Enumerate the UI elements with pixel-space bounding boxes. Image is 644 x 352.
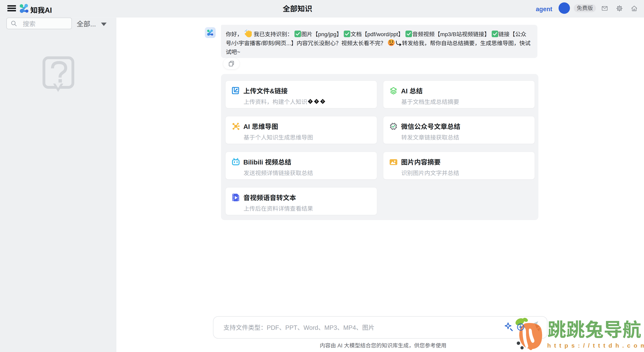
svg-text:https://tttdh.com: https://tttdh.com [547, 342, 644, 349]
svg-text:?: ? [322, 100, 324, 103]
svg-text:?: ? [310, 100, 311, 103]
svg-text:跳跳兔导航: 跳跳兔导航 [548, 316, 641, 342]
svg-text:?: ? [316, 100, 318, 103]
